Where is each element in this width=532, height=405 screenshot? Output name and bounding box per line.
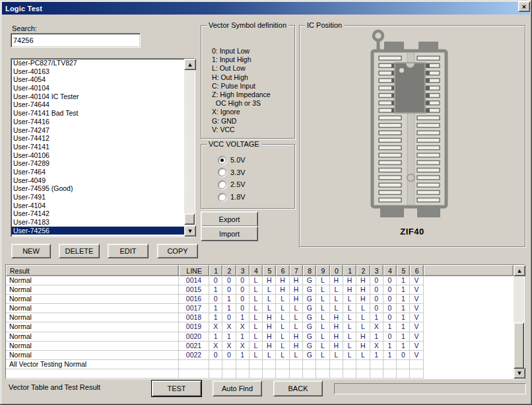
- radio-icon[interactable]: [218, 180, 226, 189]
- header-pin[interactable]: 6: [276, 265, 289, 276]
- header-pin[interactable]: 4: [383, 265, 397, 276]
- header-pin[interactable]: 5: [397, 265, 410, 276]
- list-item[interactable]: User-4054: [11, 75, 184, 84]
- table-scrollbar-thumb[interactable]: [514, 322, 524, 369]
- search-input[interactable]: [11, 33, 141, 48]
- radio-icon[interactable]: [218, 156, 226, 165]
- table-scroll-down-button[interactable]: ▼: [514, 367, 525, 379]
- close-button[interactable]: ×: [518, 1, 530, 12]
- list-item[interactable]: User-74141 Bad Test: [11, 109, 184, 118]
- delete-button[interactable]: DELETE: [59, 244, 100, 258]
- header-pin[interactable]: 5: [263, 265, 276, 276]
- header-line[interactable]: LINE: [179, 265, 209, 276]
- table-row[interactable]: Normal0014000LHHHGLHHH001V: [6, 276, 514, 285]
- list-item[interactable]: User-7491: [11, 193, 184, 202]
- pin-cell: X: [209, 342, 222, 351]
- table-scrollbar[interactable]: ▲ ▼: [514, 265, 524, 379]
- header-result[interactable]: Result: [6, 265, 179, 276]
- scroll-down-button[interactable]: ▼: [184, 225, 196, 237]
- device-scrollbar-thumb[interactable]: [184, 213, 195, 225]
- copy-button[interactable]: COPY: [157, 244, 198, 258]
- radio-icon[interactable]: [218, 193, 226, 202]
- pin-cell: 0: [370, 285, 383, 295]
- import-button[interactable]: Import: [201, 226, 258, 241]
- auto-find-button[interactable]: Auto Find: [213, 381, 262, 396]
- pin-cell: 0: [397, 351, 410, 360]
- test-button[interactable]: TEST: [152, 381, 201, 396]
- header-pin[interactable]: 1: [343, 265, 356, 276]
- vcc-option[interactable]: 2.5V: [218, 178, 246, 191]
- list-item[interactable]: User-74183: [11, 218, 184, 227]
- table-row[interactable]: Normal0022001LLLLGLLLL110V: [6, 351, 514, 360]
- export-button[interactable]: Export: [201, 211, 258, 227]
- list-item[interactable]: User-40106: [11, 151, 184, 160]
- header-pin[interactable]: 2: [222, 265, 236, 276]
- vector-table[interactable]: Result LINE 1234567890123456 Normal00140…: [5, 264, 525, 379]
- table-row[interactable]: Normal0021XXXLHLHGLHLHX11V: [6, 342, 514, 351]
- vcc-option[interactable]: 5.0V: [218, 154, 246, 166]
- header-pin[interactable]: 8: [303, 265, 316, 276]
- table-row[interactable]: [6, 369, 514, 379]
- table-row[interactable]: Normal0017110LLLLGLLLL001V: [6, 304, 514, 313]
- pin-cell: [249, 360, 263, 369]
- table-row[interactable]: Normal0015100LLHHGLLHH001V: [6, 285, 514, 295]
- device-list[interactable]: User-PC827/LTV827User-40163User-4054User…: [11, 58, 195, 237]
- list-item[interactable]: User-74256: [11, 227, 184, 235]
- new-button[interactable]: NEW: [11, 244, 51, 258]
- header-pin[interactable]: 0: [330, 265, 343, 276]
- pin-cell: G: [303, 285, 316, 295]
- pin-cell: [343, 360, 356, 369]
- pin-cell: L: [343, 322, 356, 332]
- header-pin[interactable]: 3: [236, 265, 249, 276]
- list-item[interactable]: User-74141: [11, 143, 184, 151]
- title-bar[interactable]: Logic Test: [2, 2, 530, 15]
- table-row[interactable]: Normal0020111LHLHGLHLH101V: [6, 332, 514, 342]
- table-row[interactable]: Normal0018101LHLLGLHLL101V: [6, 313, 514, 322]
- header-pin[interactable]: 2: [356, 265, 370, 276]
- vector-symbol-groupbox: Vector Symbol definition 0: Input Low1: …: [201, 25, 295, 139]
- list-item[interactable]: User-74289: [11, 159, 184, 168]
- device-scrollbar-track[interactable]: [184, 70, 195, 225]
- pin-cell: G: [303, 342, 316, 351]
- table-row[interactable]: All Vector Testing Normal: [6, 360, 514, 369]
- list-item[interactable]: User-40104: [11, 84, 184, 92]
- header-pin[interactable]: 9: [316, 265, 329, 276]
- header-pin[interactable]: 6: [410, 265, 423, 276]
- pin-cell: [383, 360, 397, 369]
- back-button[interactable]: BACK: [273, 381, 323, 396]
- list-item[interactable]: User-74595 (Good): [11, 184, 184, 193]
- radio-icon[interactable]: [218, 168, 226, 176]
- list-item[interactable]: User-40163: [11, 67, 184, 76]
- vcc-option[interactable]: 3.3V: [218, 166, 246, 179]
- edit-button[interactable]: EDIT: [108, 244, 149, 258]
- header-pin[interactable]: 1: [209, 265, 222, 276]
- list-item[interactable]: User-74412: [11, 134, 184, 143]
- list-item[interactable]: User-7464: [11, 168, 184, 176]
- list-item[interactable]: User-40104 IC Tester: [11, 92, 184, 101]
- table-scroll-up-button[interactable]: ▲: [514, 265, 525, 276]
- vcc-option[interactable]: 1.8V: [218, 191, 246, 203]
- list-item[interactable]: User-PC827/LTV827: [11, 59, 184, 67]
- list-item[interactable]: User-4104: [11, 202, 184, 210]
- pin-cell: L: [330, 285, 343, 295]
- scroll-up-button[interactable]: ▲: [184, 59, 196, 70]
- list-item[interactable]: User-74142: [11, 209, 184, 218]
- table-row[interactable]: Normal0016010LLLHGLLLH001V: [6, 295, 514, 304]
- list-item[interactable]: User-4049: [11, 176, 184, 185]
- table-row[interactable]: Normal0019XXXLHLLGLHLLX11V: [6, 322, 514, 332]
- pin-cell: 0: [222, 285, 236, 295]
- header-pin[interactable]: 7: [290, 265, 303, 276]
- table-scrollbar-track[interactable]: [514, 276, 524, 367]
- pin-cell: L: [249, 342, 263, 351]
- pin-cell: [209, 369, 222, 379]
- list-item[interactable]: User-74247: [11, 126, 184, 135]
- list-item[interactable]: User-74644: [11, 100, 184, 109]
- header-pin[interactable]: 3: [370, 265, 383, 276]
- line-cell: [179, 369, 209, 379]
- list-item[interactable]: User-74416: [11, 118, 184, 126]
- pin-cell: 1: [397, 285, 410, 295]
- device-list-scrollbar[interactable]: ▲ ▼: [184, 59, 195, 237]
- pin-cell: V: [410, 351, 423, 360]
- header-pin[interactable]: 4: [249, 265, 263, 276]
- pin-cell: H: [343, 276, 356, 285]
